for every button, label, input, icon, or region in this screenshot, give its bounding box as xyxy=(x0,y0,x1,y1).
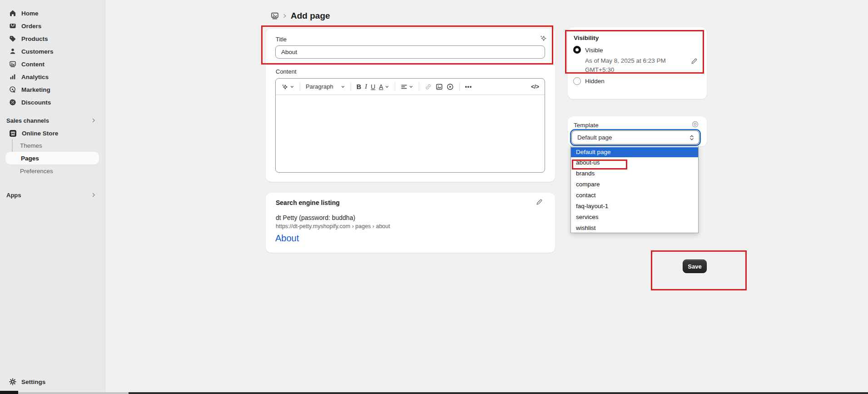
sidebar-section-sales-channels[interactable]: Sales channels xyxy=(5,115,100,126)
hidden-radio[interactable] xyxy=(573,77,581,85)
breadcrumb-chevron-icon xyxy=(283,13,287,19)
horizontal-scrollbar-track[interactable] xyxy=(129,392,868,394)
content-icon xyxy=(9,60,16,68)
seo-card-header: Search engine listing xyxy=(276,199,340,206)
template-option[interactable]: Default page xyxy=(571,147,698,157)
sidebar-item-analytics[interactable]: Analytics xyxy=(5,70,100,83)
sidebar-item-label: Products xyxy=(21,35,48,42)
insert-link-button[interactable] xyxy=(425,83,432,90)
template-select[interactable]: Default page xyxy=(571,130,699,145)
sidebar-item-products[interactable]: Products xyxy=(5,32,100,45)
content-field-label: Content xyxy=(276,68,297,75)
text-color-label: A xyxy=(379,83,383,90)
italic-button[interactable]: I xyxy=(365,83,367,90)
sidebar-item-themes[interactable]: Themes xyxy=(5,139,99,152)
analytics-icon xyxy=(9,73,16,80)
apps-label: Apps xyxy=(6,192,21,199)
sidebar: Home Orders Products Customers Content A… xyxy=(0,0,105,394)
paragraph-style-label: Paragraph xyxy=(306,83,333,90)
sales-channels-label: Sales channels xyxy=(6,117,49,124)
seo-url-line: https://dt-petty.myshopify.com › pages ›… xyxy=(276,223,390,229)
ai-assist-button[interactable] xyxy=(281,83,294,90)
sidebar-section-apps[interactable]: Apps xyxy=(5,190,100,200)
visible-radio[interactable] xyxy=(573,46,581,54)
sidebar-item-label: Analytics xyxy=(21,74,49,80)
template-option[interactable]: contact xyxy=(571,190,698,201)
magic-sparkle-icon xyxy=(281,83,288,90)
seo-store-line: dt Petty (password: buddha) xyxy=(276,214,355,221)
sidebar-item-online-store[interactable]: Online Store xyxy=(5,127,100,140)
home-icon xyxy=(9,10,16,17)
sidebar-item-label: Orders xyxy=(21,23,41,30)
products-icon xyxy=(9,35,16,42)
pages-breadcrumb-icon[interactable] xyxy=(271,12,279,20)
scrollbar-corner xyxy=(0,391,18,394)
horizontal-scrollbar-thumb[interactable] xyxy=(18,392,129,394)
save-button[interactable]: Save xyxy=(683,259,707,273)
editor-toolbar: Paragraph B I U A xyxy=(276,79,545,95)
template-option[interactable]: about-us xyxy=(571,157,698,168)
template-option[interactable]: faq-layout-1 xyxy=(571,201,698,212)
marketing-icon xyxy=(9,86,16,93)
template-option[interactable]: wishlist xyxy=(571,223,698,234)
visibility-header: Visibility xyxy=(574,35,599,41)
title-field-label: Title xyxy=(276,36,287,43)
magic-sparkle-icon[interactable] xyxy=(539,34,547,42)
chevron-right-icon xyxy=(91,192,96,198)
align-left-icon xyxy=(401,84,407,90)
bold-button[interactable]: B xyxy=(357,83,361,90)
sidebar-item-label: Content xyxy=(21,61,45,68)
sidebar-item-home[interactable]: Home xyxy=(5,7,100,20)
code-view-button[interactable]: </> xyxy=(531,84,539,90)
template-dropdown-list: Default page about-us brands compare con… xyxy=(570,146,699,233)
chevron-down-icon xyxy=(341,85,345,89)
seo-page-title-link[interactable]: About xyxy=(275,233,299,244)
sidebar-item-content[interactable]: Content xyxy=(5,58,100,70)
chevron-down-icon xyxy=(409,85,413,89)
image-icon xyxy=(436,83,443,90)
insert-video-button[interactable] xyxy=(446,83,454,90)
sidebar-item-preferences[interactable]: Preferences xyxy=(5,165,99,177)
customers-icon xyxy=(9,48,16,55)
sidebar-item-customers[interactable]: Customers xyxy=(5,45,100,58)
toolbar-divider xyxy=(459,82,460,91)
toolbar-divider xyxy=(351,82,351,91)
sidebar-item-marketing[interactable]: Marketing xyxy=(5,83,100,96)
alignment-dropdown[interactable] xyxy=(401,84,413,90)
edit-pencil-icon[interactable] xyxy=(536,198,543,206)
online-store-icon xyxy=(9,130,17,137)
template-option[interactable]: brands xyxy=(571,168,698,179)
editor-content-area[interactable] xyxy=(276,95,545,172)
template-option[interactable]: services xyxy=(571,212,698,223)
text-color-button[interactable]: A xyxy=(379,83,389,90)
hidden-radio-label[interactable]: Hidden xyxy=(585,78,605,85)
gear-icon xyxy=(9,378,16,385)
underline-button[interactable]: U xyxy=(371,83,375,90)
rich-text-editor[interactable]: Paragraph B I U A xyxy=(275,78,545,173)
toolbar-divider xyxy=(300,82,300,91)
paragraph-style-dropdown[interactable]: Paragraph xyxy=(306,83,345,90)
more-options-button[interactable]: ••• xyxy=(465,84,472,90)
sidebar-item-pages[interactable]: Pages xyxy=(5,152,99,165)
select-updown-icon xyxy=(689,134,694,141)
page-details-card: Title Content Paragraph B xyxy=(266,29,555,182)
sidebar-item-label: Themes xyxy=(20,142,42,149)
view-eye-icon[interactable] xyxy=(691,120,699,128)
sidebar-item-settings[interactable]: Settings xyxy=(5,375,100,388)
sidebar-item-discounts[interactable]: Discounts xyxy=(5,96,100,109)
sidebar-item-label: Preferences xyxy=(20,168,53,175)
title-input[interactable] xyxy=(275,45,545,59)
sidebar-item-label: Discounts xyxy=(21,99,51,106)
template-option[interactable]: compare xyxy=(571,179,698,190)
visible-radio-label[interactable]: Visible xyxy=(585,47,603,54)
template-header: Template xyxy=(574,122,599,129)
sidebar-item-label: Pages xyxy=(21,155,39,162)
sidebar-item-label: Online Store xyxy=(22,130,58,137)
sidebar-item-label: Marketing xyxy=(21,86,50,93)
visible-detail-line2: GMT+5:30 xyxy=(585,65,614,75)
template-selected-value: Default page xyxy=(577,134,612,141)
chevron-right-icon xyxy=(91,118,96,123)
sidebar-item-orders[interactable]: Orders xyxy=(5,20,100,32)
insert-image-button[interactable] xyxy=(436,83,443,90)
edit-pencil-icon[interactable] xyxy=(690,57,698,65)
